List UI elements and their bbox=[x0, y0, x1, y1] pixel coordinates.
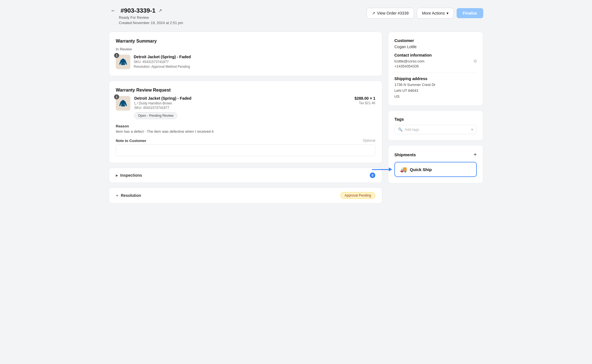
quick-ship-button[interactable]: 🚚 Quick Ship bbox=[394, 162, 477, 177]
tags-card: Tags 🔍 Add tags ▾ bbox=[388, 110, 483, 141]
tags-input[interactable]: 🔍 Add tags ▾ bbox=[394, 125, 477, 134]
summary-product-name: Detroit Jacket (Spring) - Faded bbox=[134, 55, 375, 59]
contact-title: Contact information bbox=[394, 53, 477, 57]
divider bbox=[394, 72, 477, 73]
tags-title: Tags bbox=[394, 117, 477, 122]
triangle-down-icon: ▼ bbox=[116, 194, 119, 197]
resolution-row[interactable]: ▼ Resolution Approval Pending bbox=[109, 187, 382, 204]
approval-badge: Approval Pending bbox=[340, 192, 375, 199]
search-icon: 🔍 bbox=[398, 127, 403, 132]
finalize-button[interactable]: Finalize bbox=[457, 8, 483, 18]
title-row: ← #903-3339-1 ↗ bbox=[109, 7, 183, 14]
page-title: #903-3339-1 bbox=[121, 7, 156, 14]
product-thumbnail-wrapper: 🧥 1 bbox=[116, 55, 130, 69]
product-badge: 1 bbox=[114, 53, 119, 58]
arrow-line bbox=[372, 169, 389, 170]
copy-icon[interactable]: ⧉ bbox=[474, 59, 477, 64]
header-actions: ↗ View Order #3339 More Actions ▾ Finali… bbox=[367, 8, 483, 18]
review-product-name: Detroit Jacket (Spring) - Faded bbox=[134, 96, 351, 101]
arrow-pointer bbox=[372, 167, 392, 171]
more-actions-button[interactable]: More Actions ▾ bbox=[417, 8, 454, 18]
reason-label: Reason bbox=[116, 124, 375, 128]
in-review-label: In Review bbox=[116, 47, 375, 51]
note-label-row: Note to Customer Optional bbox=[116, 139, 375, 143]
note-section: Note to Customer Optional bbox=[116, 139, 375, 156]
shipments-header: Shipments + bbox=[394, 151, 477, 158]
review-product-sku: SKU: 45431573741877 bbox=[134, 106, 351, 110]
resolution-left: ▼ Resolution bbox=[116, 193, 141, 198]
shipments-card: Shipments + 🚚 Quick Ship bbox=[388, 145, 483, 183]
add-shipment-icon[interactable]: + bbox=[473, 151, 477, 158]
review-price-col: $288.00 × 1 Tax $21.46 bbox=[355, 96, 375, 105]
reason-text: Item has a defect - The item was defecti… bbox=[116, 129, 375, 134]
quick-ship-label: Quick Ship bbox=[410, 167, 432, 172]
review-price: $288.00 × 1 bbox=[355, 96, 375, 101]
chevron-down-icon: ▾ bbox=[471, 127, 473, 132]
customer-card: Customer Cogan Lottle Contact informatio… bbox=[388, 32, 483, 106]
summary-product-info: Detroit Jacket (Spring) - Faded SKU: 454… bbox=[134, 55, 375, 69]
tags-input-left: 🔍 Add tags bbox=[398, 127, 419, 132]
inspections-row[interactable]: ▶ Inspections 0 bbox=[109, 168, 382, 183]
note-optional: Optional bbox=[363, 139, 375, 143]
customer-title: Customer bbox=[394, 38, 477, 43]
shipments-title: Shipments bbox=[394, 152, 416, 157]
right-column: Customer Cogan Lottle Contact informatio… bbox=[388, 32, 483, 183]
truck-icon: 🚚 bbox=[400, 166, 407, 173]
add-tags-label: Add tags bbox=[405, 127, 419, 132]
review-product-row: 🧥 1 Detroit Jacket (Spring) - Faded L / … bbox=[116, 96, 375, 119]
back-button[interactable]: ← bbox=[109, 7, 118, 14]
resolution-label: Resolution bbox=[121, 193, 141, 198]
page-header: ← #903-3339-1 ↗ Ready For Review Created… bbox=[109, 7, 483, 25]
note-input[interactable] bbox=[116, 144, 375, 156]
shipping-address-line1: 1736 N Summer Crest Dr bbox=[394, 82, 477, 88]
review-product-info: Detroit Jacket (Spring) - Faded L / Dust… bbox=[134, 96, 351, 119]
external-link-icon[interactable]: ↗ bbox=[158, 8, 162, 13]
left-column: Warranty Summary In Review 🧥 1 Detroit J… bbox=[109, 32, 382, 204]
order-created: Created November 19, 2024 at 2:51 pm bbox=[119, 21, 183, 25]
reason-section: Reason Item has a defect - The item was … bbox=[116, 124, 375, 134]
quick-ship-wrapper: 🚚 Quick Ship bbox=[394, 162, 477, 177]
inspections-count: 0 bbox=[370, 172, 375, 178]
summary-product-row: 🧥 1 Detroit Jacket (Spring) - Faded SKU:… bbox=[116, 55, 375, 69]
review-status-badge: Open - Pending Review bbox=[134, 112, 177, 119]
order-status: Ready For Review bbox=[119, 15, 183, 20]
summary-product-resolution: Resolution: Approval Method Pending bbox=[134, 65, 375, 69]
arrow-head bbox=[389, 167, 392, 171]
warranty-review-title: Warranty Review Request bbox=[116, 88, 375, 93]
review-thumb-wrapper: 🧥 1 bbox=[116, 96, 130, 111]
contact-phone: +14354354335 bbox=[394, 64, 477, 68]
customer-name: Cogan Lottle bbox=[394, 45, 477, 49]
chevron-down-icon: ▾ bbox=[447, 11, 448, 15]
main-layout: Warranty Summary In Review 🧥 1 Detroit J… bbox=[109, 32, 483, 204]
triangle-right-icon: ▶ bbox=[116, 174, 118, 177]
external-icon: ↗ bbox=[372, 11, 375, 15]
summary-product-sku: SKU: 45431573741877 bbox=[134, 60, 375, 64]
view-order-button[interactable]: ↗ View Order #3339 bbox=[367, 8, 414, 18]
review-tax: Tax $21.46 bbox=[355, 101, 375, 105]
shipping-address-line2: Lehi UT 84043 bbox=[394, 88, 477, 94]
contact-email-row: lcottle@corso.com ⧉ bbox=[394, 59, 477, 64]
review-product-badge: 1 bbox=[114, 94, 119, 99]
warranty-summary-title: Warranty Summary bbox=[116, 39, 375, 44]
inspections-label: Inspections bbox=[120, 173, 142, 178]
warranty-review-card: Warranty Review Request 🧥 1 Detroit Jack… bbox=[109, 81, 382, 163]
inspections-left: ▶ Inspections bbox=[116, 173, 142, 178]
review-product-variant: L / Dusty Hamilton Brown bbox=[134, 101, 351, 105]
shipping-address-title: Shipping address bbox=[394, 76, 477, 81]
note-label: Note to Customer bbox=[116, 139, 146, 143]
warranty-summary-card: Warranty Summary In Review 🧥 1 Detroit J… bbox=[109, 32, 382, 76]
header-left: ← #903-3339-1 ↗ Ready For Review Created… bbox=[109, 7, 183, 25]
shipping-address-line3: US bbox=[394, 94, 477, 100]
contact-email: lcottle@corso.com bbox=[394, 59, 424, 63]
